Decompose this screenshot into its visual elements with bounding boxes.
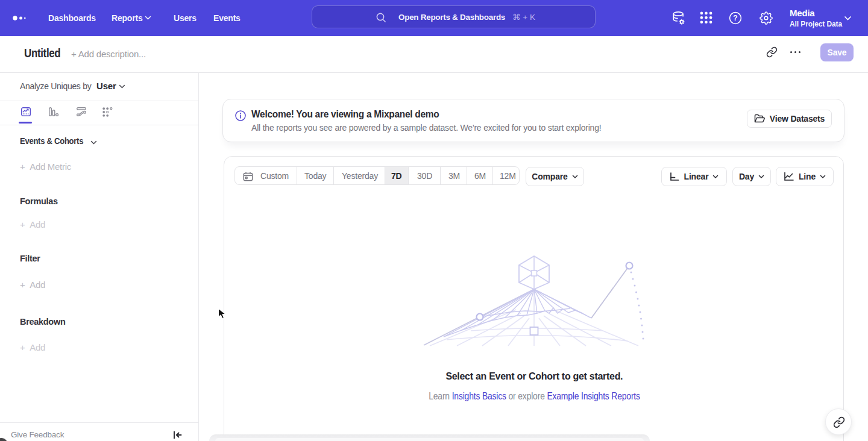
svg-text:?: ? — [733, 14, 737, 22]
